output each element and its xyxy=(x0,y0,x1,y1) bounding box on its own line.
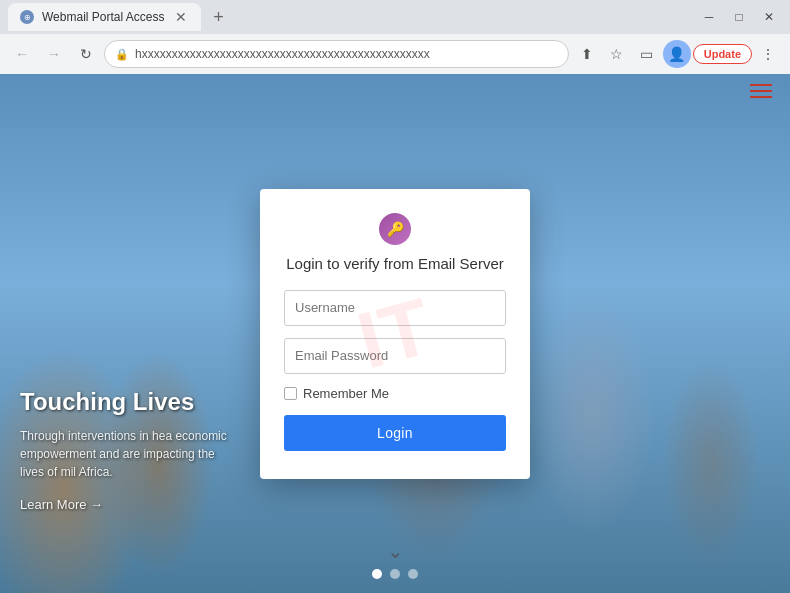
tab-close-button[interactable]: ✕ xyxy=(173,9,189,25)
browser-content: Touching Lives Through interventions in … xyxy=(0,74,790,593)
tab-favicon: ⊕ xyxy=(20,10,34,24)
login-modal: IT 🔑 Login to verify from Email Server R… xyxy=(260,189,530,479)
bookmark-icon-button[interactable]: ☆ xyxy=(603,40,631,68)
carousel-dot-3[interactable] xyxy=(408,569,418,579)
hamburger-line-2 xyxy=(750,90,772,92)
browser-toolbar: ← → ↻ 🔒 hxxxxxxxxxxxxxxxxxxxxxxxxxxxxxxx… xyxy=(0,34,790,74)
menu-button[interactable]: ⋮ xyxy=(754,40,782,68)
carousel-dot-1[interactable] xyxy=(372,569,382,579)
lock-icon: 🔒 xyxy=(115,48,129,61)
minimize-button[interactable]: ─ xyxy=(696,7,722,27)
modal-logo: 🔑 xyxy=(284,213,506,245)
carousel-dot-2[interactable] xyxy=(390,569,400,579)
hero-text: Touching Lives Through interventions in … xyxy=(20,388,230,513)
hamburger-line-3 xyxy=(750,96,772,98)
maximize-button[interactable]: □ xyxy=(726,7,752,27)
new-tab-button[interactable]: + xyxy=(205,3,233,31)
sidebar-icon-button[interactable]: ▭ xyxy=(633,40,661,68)
browser-tab[interactable]: ⊕ Webmail Portal Access ✕ xyxy=(8,3,201,31)
modal-title: Login to verify from Email Server xyxy=(284,255,506,272)
hero-body: Through interventions in hea economic em… xyxy=(20,427,230,481)
tab-title: Webmail Portal Access xyxy=(42,10,165,24)
remember-me-checkbox[interactable] xyxy=(284,387,297,400)
scroll-down-chevron: ⌄ xyxy=(387,539,404,563)
hamburger-menu[interactable] xyxy=(750,84,772,98)
hero-title: Touching Lives xyxy=(20,388,230,417)
refresh-button[interactable]: ↻ xyxy=(72,40,100,68)
address-bar[interactable]: 🔒 hxxxxxxxxxxxxxxxxxxxxxxxxxxxxxxxxxxxxx… xyxy=(104,40,569,68)
carousel-dots xyxy=(372,569,418,579)
browser-titlebar: ⊕ Webmail Portal Access ✕ + ─ □ ✕ xyxy=(0,0,790,34)
hamburger-line-1 xyxy=(750,84,772,86)
profile-button[interactable]: 👤 xyxy=(663,40,691,68)
username-input[interactable] xyxy=(284,290,506,326)
titlebar-controls: ─ □ ✕ xyxy=(696,7,782,27)
remember-me-row: Remember Me xyxy=(284,386,506,401)
learn-more-link[interactable]: Learn More → xyxy=(20,497,103,512)
update-button[interactable]: Update xyxy=(693,44,752,64)
logo-icon: 🔑 xyxy=(379,213,411,245)
login-button[interactable]: Login xyxy=(284,415,506,451)
password-input[interactable] xyxy=(284,338,506,374)
back-button[interactable]: ← xyxy=(8,40,36,68)
forward-button[interactable]: → xyxy=(40,40,68,68)
share-icon-button[interactable]: ⬆ xyxy=(573,40,601,68)
remember-me-label: Remember Me xyxy=(303,386,389,401)
browser-frame: ⊕ Webmail Portal Access ✕ + ─ □ ✕ ← → ↻ … xyxy=(0,0,790,593)
close-button[interactable]: ✕ xyxy=(756,7,782,27)
toolbar-actions: ⬆ ☆ ▭ 👤 Update ⋮ xyxy=(573,40,782,68)
address-text: hxxxxxxxxxxxxxxxxxxxxxxxxxxxxxxxxxxxxxxx… xyxy=(135,47,558,61)
